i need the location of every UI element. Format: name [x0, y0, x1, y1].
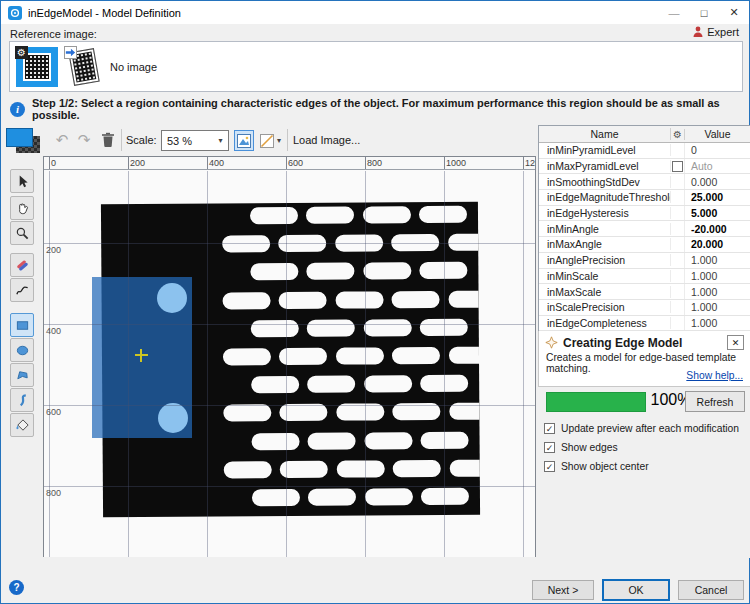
- property-row[interactable]: inEdgeHysteresis5.000: [539, 206, 750, 222]
- fit-to-window-button[interactable]: [234, 130, 254, 151]
- ruler-tick: [128, 157, 129, 170]
- property-row[interactable]: inScalePrecision1.000: [539, 300, 750, 316]
- property-value[interactable]: 1.000: [685, 286, 750, 298]
- scale-value[interactable]: 53 %: [162, 135, 213, 147]
- spline-tool-button[interactable]: [10, 388, 34, 412]
- undo-icon: ↶: [56, 131, 69, 149]
- background-style-dropdown[interactable]: ▾: [277, 136, 281, 145]
- rectangle-tool-button[interactable]: [10, 313, 34, 337]
- load-image-button[interactable]: Load Image...: [293, 134, 360, 146]
- property-gear-cell: [671, 159, 685, 174]
- option-row: ✓Show edges: [544, 438, 747, 457]
- gridline: [49, 171, 50, 558]
- property-value[interactable]: Auto: [685, 160, 750, 172]
- polygon-tool-button[interactable]: [10, 363, 34, 387]
- arrow-icon: [64, 46, 77, 59]
- delete-region-button[interactable]: [97, 128, 119, 152]
- property-row[interactable]: inEdgeCompleteness1.000: [539, 316, 750, 332]
- model-definition-window: inEdgeModel - Model Definition — □ ✕ Ref…: [0, 0, 750, 604]
- property-row[interactable]: inSmoothingStdDev0.000: [539, 174, 750, 190]
- select-tool-button[interactable]: [10, 169, 34, 193]
- undo-button[interactable]: ↶: [51, 128, 73, 152]
- slot: [448, 290, 480, 307]
- ellipse-tool-button[interactable]: [10, 338, 34, 362]
- next-button[interactable]: Next >: [532, 580, 594, 600]
- property-value[interactable]: 0.000: [685, 176, 750, 188]
- background-style-button[interactable]: [257, 130, 277, 151]
- property-value[interactable]: 1.000: [685, 317, 750, 329]
- help-icon[interactable]: ?: [9, 580, 24, 595]
- expert-toggle[interactable]: Expert: [693, 26, 739, 38]
- fit-image-icon: [237, 134, 251, 148]
- property-value[interactable]: 5.000: [685, 207, 750, 219]
- property-value[interactable]: -20.000: [685, 223, 750, 235]
- property-value[interactable]: 25.000: [685, 191, 750, 203]
- property-row[interactable]: inMaxAngle20.000: [539, 237, 750, 253]
- slot: [280, 461, 328, 478]
- property-row[interactable]: inAnglePrecision1.000: [539, 253, 750, 269]
- property-name: inMinPyramidLevel: [539, 144, 671, 156]
- zoom-tool-button[interactable]: [10, 221, 34, 245]
- property-row[interactable]: inMaxPyramidLevelAuto: [539, 159, 750, 175]
- input-image-thumbnail[interactable]: [64, 48, 104, 88]
- reference-thumbnail-selected[interactable]: ⚙: [16, 47, 58, 87]
- minimize-button[interactable]: —: [659, 1, 689, 24]
- scale-combobox[interactable]: 53 % ▾: [161, 130, 229, 151]
- slot: [364, 375, 412, 392]
- property-value[interactable]: 1.000: [685, 254, 750, 266]
- scale-dropdown-button[interactable]: ▾: [213, 131, 228, 150]
- region-color-swatch[interactable]: [6, 128, 40, 153]
- pan-tool-button[interactable]: [10, 196, 34, 220]
- refresh-button[interactable]: Refresh: [685, 391, 745, 412]
- option-label: Update preview after each modification: [561, 423, 739, 434]
- ruler-label: 200: [130, 158, 145, 168]
- no-fill-icon: [260, 134, 274, 148]
- scale-label: Scale:: [126, 134, 157, 146]
- option-checkbox[interactable]: ✓: [544, 461, 555, 472]
- ok-button[interactable]: OK: [602, 579, 670, 601]
- property-row[interactable]: inMinScale1.000: [539, 269, 750, 285]
- property-value[interactable]: 1.000: [685, 301, 750, 313]
- slot: [307, 319, 355, 336]
- option-checkbox[interactable]: ✓: [544, 442, 555, 453]
- property-row[interactable]: inMinAngle-20.000: [539, 221, 750, 237]
- property-value[interactable]: 0: [685, 144, 750, 156]
- show-help-link[interactable]: Show help...: [686, 370, 743, 381]
- property-name: inMaxPyramidLevel: [539, 160, 671, 172]
- ruler-tick: [523, 157, 524, 170]
- freehand-tool-button[interactable]: [10, 278, 34, 302]
- slot: [224, 461, 272, 478]
- magnifier-icon: [15, 226, 30, 241]
- property-row[interactable]: inMaxScale1.000: [539, 284, 750, 300]
- trash-icon: [101, 132, 115, 148]
- ruler-label: 400: [209, 158, 224, 168]
- property-value[interactable]: 20.000: [685, 238, 750, 250]
- ruler-label: 800: [46, 488, 61, 498]
- property-name: inEdgeCompleteness: [539, 317, 671, 329]
- maximize-button[interactable]: □: [689, 1, 719, 24]
- progress-bar-fill: [547, 393, 645, 411]
- panel-close-button[interactable]: ✕: [727, 335, 744, 350]
- rectangle-icon: [15, 318, 30, 333]
- auto-checkbox[interactable]: [672, 161, 683, 172]
- redo-button[interactable]: ↷: [73, 128, 95, 152]
- image-canvas[interactable]: 020040060080010001200 200400600800: [43, 156, 536, 558]
- property-row[interactable]: inMinPyramidLevel0: [539, 143, 750, 159]
- ruler-label: 800: [367, 158, 382, 168]
- canvas-drawing-area[interactable]: 200400600800: [44, 171, 536, 558]
- option-label: Show edges: [561, 442, 618, 453]
- erase-tool-button[interactable]: [10, 253, 34, 277]
- property-name: inMinAngle: [539, 223, 671, 235]
- close-button[interactable]: ✕: [719, 1, 749, 24]
- property-gear-cell: [671, 206, 685, 221]
- property-row[interactable]: inEdgeMagnitudeThreshold25.000: [539, 190, 750, 206]
- fill-tool-button[interactable]: [10, 413, 34, 437]
- cancel-button[interactable]: Cancel: [678, 580, 744, 600]
- gridline: [523, 171, 524, 558]
- option-checkbox[interactable]: ✓: [544, 423, 555, 434]
- ruler-label: 0: [51, 158, 56, 168]
- progress-row: 100% Refresh: [538, 391, 750, 413]
- property-value[interactable]: 1.000: [685, 270, 750, 282]
- slot: [449, 347, 481, 364]
- no-image-label: No image: [110, 61, 157, 73]
